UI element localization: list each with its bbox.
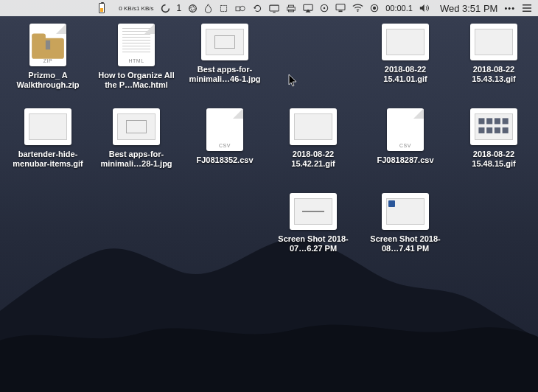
notification-center-icon[interactable] <box>522 0 532 16</box>
file-label: bartender-hide-menubar-items.gif <box>8 150 88 169</box>
svg-point-3 <box>240 6 245 11</box>
svg-rect-22 <box>503 118 509 124</box>
net-up: 0 KB/s <box>119 6 136 11</box>
file-gif4[interactable]: 2018-08-22 15.42.21.gif <box>273 108 354 169</box>
file-gif1[interactable]: 2018-08-22 15.41.01.gif <box>365 24 446 84</box>
file-label: FJ0818287.csv <box>377 155 433 165</box>
csv-badge: CSV <box>219 143 231 148</box>
file-thumbnail <box>113 108 160 145</box>
svg-rect-12 <box>339 10 343 12</box>
file-thumbnail: CSV <box>387 108 424 151</box>
file-label: 2018-08-22 15.42.21.gif <box>273 150 353 169</box>
zip-badge: ZIP <box>43 58 52 63</box>
html-badge: HTML <box>128 58 144 63</box>
svg-point-10 <box>324 7 326 10</box>
svg-rect-20 <box>486 118 492 124</box>
clock-text[interactable]: Wed 3:51 PM <box>440 0 498 16</box>
svg-rect-4 <box>270 5 279 11</box>
file-thumbnail: CSV <box>206 108 243 151</box>
file-thumbnail <box>382 193 429 230</box>
net-down: 1 KB/s <box>136 6 154 11</box>
file-label: Best apps-for-minimali…28-1.jpg <box>97 150 176 169</box>
svg-rect-21 <box>495 118 500 124</box>
file-label: 2018-08-22 15.48.15.gif <box>454 150 534 169</box>
svg-rect-26 <box>503 127 509 133</box>
file-label: 2018-08-22 15.41.01.gif <box>366 65 445 84</box>
svg-rect-6 <box>289 5 294 7</box>
file-label: 2018-08-22 15.43.13.gif <box>454 65 534 84</box>
file-label: Best apps-for-minimali…46-1.jpg <box>185 65 265 84</box>
svg-rect-11 <box>336 4 345 10</box>
crop-icon[interactable] <box>219 0 228 16</box>
record-icon[interactable] <box>370 0 379 16</box>
file-label: Screen Shot 2018-07…6.27 PM <box>273 234 353 253</box>
file-label: Screen Shot 2018-08…7.41 PM <box>366 234 445 253</box>
file-thumbnail <box>290 108 337 145</box>
volume-icon[interactable] <box>419 0 430 16</box>
file-csv2[interactable]: CSVFJ0818287.csv <box>365 108 446 165</box>
file-ss2[interactable]: Screen Shot 2018-08…7.41 PM <box>365 193 446 253</box>
tv-icon[interactable] <box>269 0 279 16</box>
battery-icon[interactable] <box>99 0 105 16</box>
refresh-icon[interactable] <box>253 0 262 16</box>
file-html[interactable]: HTMLHow to Organize All the P…Mac.html <box>96 24 177 90</box>
csv-badge: CSV <box>399 143 411 148</box>
file-gif3[interactable]: bartender-hide-menubar-items.gif <box>7 108 88 169</box>
file-thumbnail <box>470 24 517 60</box>
file-jpg1[interactable]: Best apps-for-minimali…46-1.jpg <box>184 24 265 84</box>
aperture-icon[interactable] <box>188 0 198 16</box>
file-ss1[interactable]: Screen Shot 2018-07…6.27 PM <box>273 193 354 253</box>
droplet-icon[interactable] <box>204 0 212 16</box>
desktop[interactable]: ZIPPrizmo_ A Walkthrough.zipHTMLHow to O… <box>0 16 538 392</box>
file-label: Prizmo_ A Walkthrough.zip <box>8 71 88 90</box>
circle-dot-icon[interactable] <box>320 0 329 16</box>
file-gif2[interactable]: 2018-08-22 15.43.13.gif <box>453 24 534 84</box>
file-thumbnail <box>470 108 517 145</box>
svg-rect-25 <box>495 127 500 133</box>
monitor-icon[interactable] <box>335 0 346 16</box>
file-thumbnail <box>24 108 71 145</box>
file-jpg2[interactable]: Best apps-for-minimali…28-1.jpg <box>96 108 177 169</box>
file-label: How to Organize All the P…Mac.html <box>97 71 176 90</box>
file-csv1[interactable]: CSVFJ0818352.csv <box>184 108 265 165</box>
svg-rect-17 <box>32 33 46 40</box>
svg-point-0 <box>189 4 197 12</box>
file-thumbnail <box>201 24 248 60</box>
file-label: FJ0818352.csv <box>196 155 253 165</box>
wifi-icon[interactable] <box>352 0 363 16</box>
airplay-icon[interactable] <box>303 0 313 16</box>
svg-point-13 <box>357 10 359 12</box>
file-thumbnail: HTML <box>118 24 155 66</box>
shapes-icon[interactable] <box>235 0 246 16</box>
file-gif5[interactable]: 2018-08-22 15.48.15.gif <box>453 108 534 169</box>
svg-point-15 <box>373 7 376 10</box>
file-zip[interactable]: ZIPPrizmo_ A Walkthrough.zip <box>7 24 88 90</box>
timer-text[interactable]: 00:00.1 <box>385 0 413 16</box>
svg-rect-24 <box>486 127 492 133</box>
svg-rect-2 <box>236 7 240 11</box>
printer-icon[interactable] <box>286 0 296 16</box>
overflow-icon[interactable]: ••• <box>504 0 515 16</box>
file-thumbnail: ZIP <box>29 24 66 66</box>
svg-rect-19 <box>478 118 484 124</box>
svg-rect-23 <box>478 127 484 133</box>
menubar: 0 KB/s 1 KB/s 1 00:00.1 Wed 3:51 <box>0 0 538 16</box>
svg-rect-1 <box>221 5 227 11</box>
spiral-icon[interactable] <box>161 0 170 16</box>
file-thumbnail <box>290 193 337 230</box>
network-speed[interactable]: 0 KB/s 1 KB/s <box>119 0 153 16</box>
file-thumbnail <box>382 24 429 60</box>
badge-count[interactable]: 1 <box>177 0 182 16</box>
svg-rect-18 <box>46 41 50 50</box>
